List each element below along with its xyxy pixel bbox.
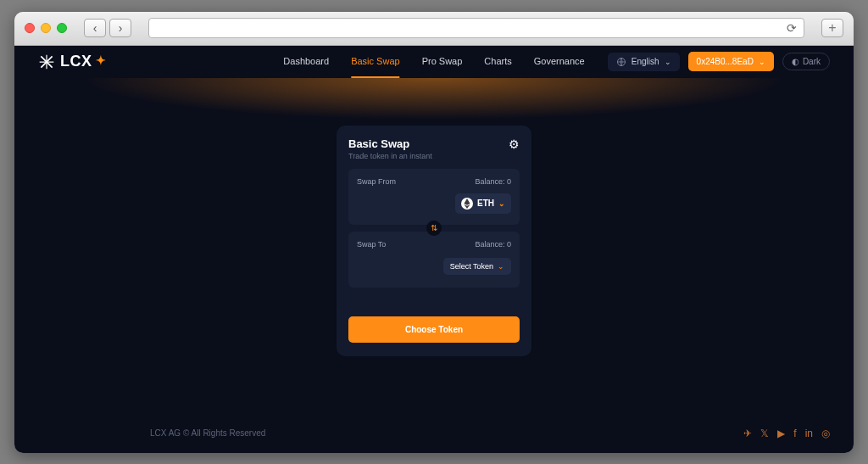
- nav-basic-swap[interactable]: Basic Swap: [351, 46, 399, 78]
- settings-button[interactable]: ⚙: [509, 137, 520, 151]
- chevron-down-icon: ⌄: [665, 58, 671, 66]
- language-label: English: [632, 57, 659, 66]
- from-token-symbol: ETH: [477, 198, 494, 208]
- swap-from-box: Swap From Balance: 0 ETH ⌄ ⇅: [348, 169, 520, 225]
- swap-subtitle: Trade token in an instant: [348, 152, 432, 160]
- swap-card: Basic Swap Trade token in an instant ⚙ S…: [337, 126, 531, 356]
- swap-direction-button[interactable]: ⇅: [426, 221, 442, 236]
- swap-to-balance: Balance: 0: [475, 240, 511, 249]
- wallet-button[interactable]: 0x24B0...8EaD ⌄: [688, 52, 774, 71]
- back-button[interactable]: ‹: [84, 19, 106, 37]
- browser-chrome: ‹ › ⟳ +: [14, 12, 854, 46]
- swap-from-header: Swap From Balance: 0: [357, 177, 511, 186]
- theme-label: Dark: [803, 57, 821, 66]
- new-tab-button[interactable]: +: [821, 19, 843, 37]
- browser-nav-buttons: ‹ ›: [84, 19, 131, 37]
- nav-pro-swap[interactable]: Pro Swap: [422, 46, 463, 78]
- swap-to-box: Swap To Balance: 0 Select Token ⌄: [348, 232, 520, 288]
- app-content: LCX ✦ Dashboard Basic Swap Pro Swap Char…: [14, 46, 854, 453]
- social-icons: ✈ 𝕏 ▶ f in ◎: [743, 428, 830, 439]
- swap-to-label: Swap To: [357, 240, 386, 249]
- swap-from-label: Swap From: [357, 177, 396, 186]
- nav-dashboard[interactable]: Dashboard: [283, 46, 329, 78]
- logo[interactable]: LCX ✦: [38, 53, 106, 70]
- swap-from-body: ETH ⌄: [357, 193, 511, 215]
- swap-arrows-icon: ⇅: [431, 223, 437, 232]
- topbar-right: English ⌄ 0x24B0...8EaD ⌄ ◐ Dark: [608, 52, 830, 71]
- twitter-icon[interactable]: 𝕏: [760, 428, 769, 439]
- gear-icon: ⚙: [509, 137, 520, 151]
- nav-charts[interactable]: Charts: [484, 46, 511, 78]
- chevron-down-icon: ⌄: [498, 262, 504, 271]
- swap-from-balance: Balance: 0: [475, 177, 511, 186]
- nav-governance[interactable]: Governance: [534, 46, 585, 78]
- moon-icon: ◐: [792, 57, 799, 66]
- forward-button[interactable]: ›: [109, 19, 131, 37]
- browser-window: ‹ › ⟳ + LCX ✦ Dashboard Basic Swap Pro S…: [14, 12, 854, 453]
- chevron-down-icon: ⌄: [498, 199, 505, 208]
- wallet-address: 0x24B0...8EaD: [697, 57, 754, 66]
- theme-toggle[interactable]: ◐ Dark: [782, 53, 830, 70]
- swap-title: Basic Swap: [348, 137, 432, 150]
- facebook-icon[interactable]: f: [793, 428, 796, 439]
- footer: LCX AG © All Rights Reserved ✈ 𝕏 ▶ f in …: [14, 428, 854, 439]
- telegram-icon[interactable]: ✈: [743, 428, 752, 439]
- topbar: LCX ✦ Dashboard Basic Swap Pro Swap Char…: [14, 46, 854, 78]
- swap-to-header: Swap To Balance: 0: [357, 240, 511, 249]
- maximize-window-button[interactable]: [57, 23, 67, 33]
- chevron-down-icon: ⌄: [759, 58, 765, 66]
- close-window-button[interactable]: [25, 23, 35, 33]
- nav-links: Dashboard Basic Swap Pro Swap Charts Gov…: [283, 46, 584, 78]
- url-bar[interactable]: ⟳: [148, 18, 804, 38]
- linkedin-icon[interactable]: in: [805, 428, 813, 439]
- select-token-label: Select Token: [450, 262, 493, 271]
- globe-icon: [616, 57, 626, 67]
- minimize-window-button[interactable]: [41, 23, 51, 33]
- logo-mark-icon: [38, 53, 55, 70]
- language-picker[interactable]: English ⌄: [608, 53, 680, 71]
- traffic-lights: [25, 23, 67, 33]
- logo-text: LCX: [60, 53, 92, 70]
- to-token-selector[interactable]: Select Token ⌄: [443, 258, 511, 275]
- footer-copyright: LCX AG © All Rights Reserved: [150, 428, 265, 438]
- eth-icon: [461, 198, 473, 210]
- instagram-icon[interactable]: ◎: [821, 428, 830, 439]
- swap-action-button[interactable]: Choose Token: [348, 316, 520, 343]
- logo-accent-icon: ✦: [96, 53, 107, 67]
- from-token-selector[interactable]: ETH ⌄: [455, 193, 511, 214]
- swap-to-body: Select Token ⌄: [357, 255, 511, 277]
- refresh-icon[interactable]: ⟳: [787, 21, 797, 35]
- swap-header: Basic Swap Trade token in an instant ⚙: [348, 137, 520, 160]
- youtube-icon[interactable]: ▶: [777, 428, 785, 439]
